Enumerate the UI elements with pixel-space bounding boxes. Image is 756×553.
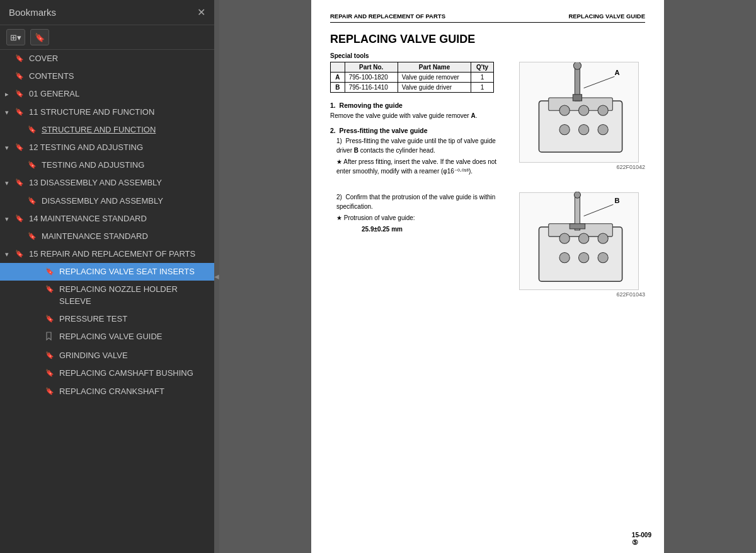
bookmark-item-15-repair[interactable]: ▾🔖15 REPAIR AND REPLACEMENT OF PARTS — [0, 245, 214, 263]
col-qty-header: Q'ty — [471, 62, 494, 73]
svg-point-15 — [559, 233, 570, 243]
bookmark-flag-icon: 🔖 — [45, 313, 55, 323]
svg-rect-10 — [573, 95, 581, 101]
part-no: 795-116-1410 — [345, 83, 398, 93]
bookmark-flag-icon: 🔖 — [45, 350, 55, 360]
bookmark-item-replacing-crankshaft[interactable]: 🔖REPLACING CRANKSHAFT — [0, 383, 214, 400]
bookmark-flag-icon: 🔖 — [15, 248, 25, 259]
bookmark-label: 01 GENERAL — [29, 88, 209, 100]
bookmark-flag-icon: 🔖 — [28, 160, 38, 170]
expand-arrow[interactable] — [35, 266, 45, 267]
close-button[interactable]: ✕ — [197, 6, 205, 18]
expand-arrow[interactable] — [35, 284, 45, 285]
bookmark-item-testing-adjusting[interactable]: 🔖TESTING AND ADJUSTING — [0, 156, 214, 174]
expand-arrow[interactable]: ▾ — [5, 142, 15, 153]
bookmark-button[interactable]: 🔖 — [30, 29, 49, 45]
bookmark-label: REPLACING VALVE SEAT INSERTS — [59, 266, 209, 277]
document-page: REPAIR AND REPLACEMENT OF PARTS REPLACIN… — [311, 0, 664, 553]
bookmark-item-11-structure[interactable]: ▾🔖11 STRUCTURE AND FUNCTION — [0, 103, 214, 121]
bookmark-item-replacing-valve-guide[interactable]: REPLACING VALVE GUIDE — [0, 328, 214, 347]
bookmark-label: 14 MAINTENANCE STANDARD — [29, 213, 209, 224]
bookmarks-title: Bookmarks — [9, 7, 56, 18]
svg-point-3 — [578, 105, 588, 115]
expand-arrow[interactable]: ▸ — [5, 88, 15, 99]
expand-arrow[interactable]: ▾ — [5, 177, 15, 188]
bookmark-label: DISASSEMBLY AND ASSEMBLY — [42, 195, 209, 207]
svg-line-12 — [584, 77, 615, 88]
svg-text:B: B — [614, 197, 619, 204]
diagram-1: A — [519, 62, 639, 163]
bookmark-item-replacing-camshaft-bushing[interactable]: 🔖REPLACING CAMSHAFT BUSHING — [0, 364, 214, 382]
bookmark-label: TESTING AND ADJUSTING — [42, 160, 209, 171]
svg-point-4 — [598, 105, 608, 115]
toolbar-row: ⊞▾ 🔖 — [0, 25, 214, 50]
bookmark-label: GRINDING VALVE — [59, 350, 209, 361]
expand-arrow[interactable]: ▾ — [5, 213, 15, 224]
view-toggle-button[interactable]: ⊞▾ — [6, 29, 25, 45]
svg-point-5 — [559, 125, 570, 135]
step-2-title: 2. Press-fitting the valve guide — [330, 127, 509, 134]
bookmark-tree[interactable]: 🔖COVER🔖CONTENTS▸🔖01 GENERAL▾🔖11 STRUCTUR… — [0, 50, 214, 553]
expand-arrow[interactable] — [35, 313, 45, 315]
expand-arrow[interactable] — [5, 71, 15, 72]
part-name: Valve guide remover — [398, 73, 471, 83]
svg-point-19 — [578, 252, 588, 262]
diagram-2-caption: 622F01043 — [519, 291, 645, 298]
bookmark-label: MAINTENANCE STANDARD — [42, 231, 209, 242]
expand-arrow[interactable]: ▾ — [5, 107, 15, 117]
bookmark-item-14-maintenance[interactable]: ▾🔖14 MAINTENANCE STANDARD — [0, 210, 214, 228]
document-title: REPLACING VALVE GUIDE — [330, 33, 645, 46]
bookmark-flag-icon: 🔖 — [45, 266, 55, 276]
row-label: B — [331, 83, 345, 93]
expand-arrow[interactable] — [35, 368, 45, 369]
doc-left: Part No. Part Name Q'ty A 795-100-1820 V… — [330, 62, 509, 182]
bookmark-item-01-general[interactable]: ▸🔖01 GENERAL — [0, 85, 214, 103]
bookmark-flag-icon: 🔖 — [15, 88, 25, 98]
svg-text:A: A — [614, 69, 619, 77]
bookmark-item-replacing-valve-seat[interactable]: 🔖REPLACING VALVE SEAT INSERTS — [0, 263, 214, 281]
bookmark-icon: 🔖 — [35, 33, 45, 42]
bookmarks-header: Bookmarks ✕ — [0, 0, 214, 25]
expand-arrow[interactable] — [35, 386, 45, 387]
bookmark-item-12-testing[interactable]: ▾🔖12 TESTING AND ADJUSTING — [0, 139, 214, 156]
bookmark-flag-icon: 🔖 — [15, 142, 25, 152]
expand-arrow[interactable] — [18, 160, 28, 161]
bookmark-item-13-disassembly[interactable]: ▾🔖13 DISASSEMBLY AND ASSEMBLY — [0, 174, 214, 192]
expand-arrow[interactable] — [18, 124, 28, 125]
svg-point-7 — [598, 125, 608, 135]
col-partno-header: Part No. — [345, 62, 398, 73]
expand-arrow[interactable] — [18, 195, 28, 197]
content-area: Part No. Part Name Q'ty A 795-100-1820 V… — [330, 62, 645, 182]
svg-point-18 — [559, 252, 570, 262]
bookmark-item-cover[interactable]: 🔖COVER — [0, 50, 214, 67]
bookmark-item-structure-function[interactable]: 🔖STRUCTURE AND FUNCTION — [0, 121, 214, 139]
expand-arrow[interactable] — [5, 53, 15, 54]
bookmark-flag-icon: 🔖 — [28, 124, 38, 134]
bookmark-item-maintenance-standard[interactable]: 🔖MAINTENANCE STANDARD — [0, 228, 214, 245]
bookmark-item-replacing-nozzle-holder[interactable]: 🔖REPLACING NOZZLE HOLDER SLEEVE — [0, 281, 214, 310]
bookmark-item-disassembly-assembly[interactable]: 🔖DISASSEMBLY AND ASSEMBLY — [0, 192, 214, 210]
bookmark-item-contents[interactable]: 🔖CONTENTS — [0, 67, 214, 85]
bookmark-item-pressure-test[interactable]: 🔖PRESSURE TEST — [0, 310, 214, 328]
resize-handle[interactable]: ◀ — [214, 0, 219, 553]
svg-point-9 — [573, 62, 581, 69]
expand-arrow[interactable] — [18, 231, 28, 232]
page-number: 15-009 ⑤ — [632, 532, 651, 547]
expand-arrow[interactable] — [35, 350, 45, 351]
step-2: 2. Press-fitting the valve guide 1) Pres… — [330, 127, 509, 176]
bookmark-flag-icon: 🔖 — [28, 195, 38, 206]
svg-rect-22 — [570, 224, 585, 229]
bookmark-flag-icon: 🔖 — [45, 284, 55, 294]
svg-point-6 — [578, 125, 588, 135]
bookmark-flag-icon: 🔖 — [45, 368, 55, 378]
bookmark-item-grinding-valve[interactable]: 🔖GRINDING VALVE — [0, 347, 214, 364]
bookmark-label: 13 DISASSEMBLY AND ASSEMBLY — [29, 177, 209, 189]
expand-arrow[interactable]: ▾ — [5, 248, 15, 259]
svg-point-20 — [598, 252, 608, 262]
diagram-1-svg: A — [520, 62, 638, 162]
bookmark-label: 15 REPAIR AND REPLACEMENT OF PARTS — [29, 248, 209, 260]
bookmark-flag-icon: 🔖 — [15, 71, 25, 81]
bookmark-flag-icon: 🔖 — [15, 107, 25, 117]
expand-arrow[interactable] — [35, 331, 45, 332]
table-row: B 795-116-1410 Valve guide driver 1 — [331, 83, 494, 93]
